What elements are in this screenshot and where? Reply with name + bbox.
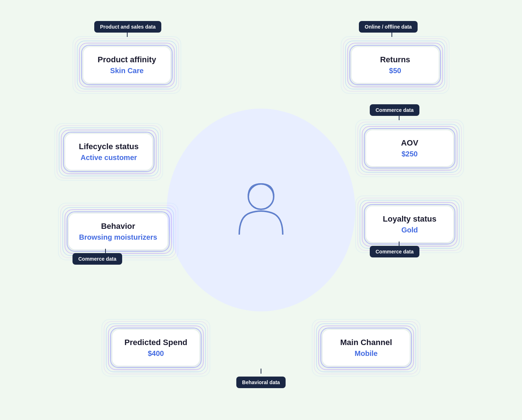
card-behavior-title: Behavior [79,222,157,231]
card-lifecycle-title: Lifecycle status [75,142,142,151]
card-returns-title: Returns [362,55,428,64]
badge-commerce-data-loyalty: Commerce data [370,246,419,257]
card-product-affinity-title: Product affinity [94,55,160,64]
card-returns-wrapper: Online / offline data Returns $50 [348,36,442,87]
card-main-channel-wrapper: Main Channel Mobile [319,326,413,377]
badge-product-sales: Product and sales data [94,21,161,33]
card-returns-value: $50 [362,67,428,75]
card-predicted-wrapper: Predicted Spend $400 [109,326,203,377]
card-loyalty-value: Gold [376,226,443,234]
card-aov: AOV $250 [366,130,453,166]
card-loyalty-title: Loyalty status [376,214,443,224]
card-loyalty-wrapper: Loyalty status Gold Commerce data [362,203,457,253]
card-lifecycle: Lifecycle status Active customer [65,134,152,170]
card-predicted-spend: Predicted Spend $400 [112,330,199,366]
card-main-channel-title: Main Channel [333,338,399,347]
card-loyalty: Loyalty status Gold [366,206,453,242]
badge-behavioral-data: Behavioral data [236,377,286,388]
badge-commerce-data-behavior: Commerce data [72,253,122,265]
card-product-affinity-value: Skin Care [94,67,160,75]
card-product-affinity-wrapper: Product and sales data Product affinity … [80,36,174,87]
card-behavior-wrapper: Behavior Browsing moisturizers Commerce … [65,210,171,260]
card-returns: Returns $50 [352,47,439,83]
card-behavior-value: Browsing moisturizers [79,233,157,242]
card-aov-wrapper: Commerce data AOV $250 [362,119,457,170]
card-behavior: Behavior Browsing moisturizers [69,214,167,249]
card-predicted-spend-value: $400 [123,349,189,358]
diagram-container: Product and sales data Product affinity … [62,25,460,395]
card-lifecycle-wrapper: Lifecycle status Active customer [62,130,156,173]
badge-online-offline: Online / offline data [359,21,418,33]
card-predicted-spend-title: Predicted Spend [123,338,189,347]
card-main-channel-value: Mobile [333,349,399,358]
badge-commerce-data-aov: Commerce data [370,104,419,116]
card-aov-value: $250 [376,150,443,158]
person-icon [232,177,290,243]
card-aov-title: AOV [376,138,443,148]
svg-point-0 [248,184,274,209]
card-product-affinity: Product affinity Skin Care [83,47,170,83]
card-lifecycle-value: Active customer [75,154,142,162]
card-main-channel: Main Channel Mobile [323,330,410,366]
